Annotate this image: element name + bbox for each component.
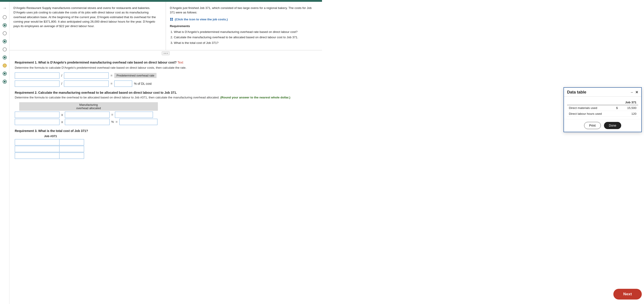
req1-header: Requirement 1. What is D'Angelo's predet… bbox=[15, 60, 317, 64]
job-input-right-2[interactable] bbox=[60, 146, 84, 152]
req-item-2: Calculate the manufacturing overhead to … bbox=[174, 35, 317, 40]
problem-text: D'Angelo Restaurant Supply manufactures … bbox=[10, 2, 166, 50]
req1-label2: % of DL cost bbox=[134, 82, 152, 86]
nav-radio-2[interactable] bbox=[3, 23, 7, 27]
left-nav: → bbox=[0, 2, 10, 304]
job-input-left-2[interactable] bbox=[15, 146, 60, 152]
req1-input3[interactable] bbox=[15, 80, 60, 87]
nav-radio-6[interactable] bbox=[3, 56, 7, 60]
req1-input2[interactable] bbox=[64, 72, 109, 79]
content-area: D'Angelo Restaurant Supply manufactures … bbox=[10, 2, 322, 304]
mfg-eq2: = bbox=[116, 120, 118, 124]
job-input-right-1[interactable] bbox=[60, 139, 84, 146]
grid-icon bbox=[170, 18, 174, 21]
nav-radio-4[interactable] bbox=[3, 39, 7, 44]
job-table: Job #371 bbox=[15, 134, 86, 159]
mfg-result1[interactable] bbox=[115, 112, 153, 118]
svg-rect-0 bbox=[170, 18, 171, 19]
req1-formula-row2: / = % of DL cost bbox=[15, 80, 317, 87]
job-input-right-3[interactable] bbox=[60, 152, 84, 159]
req1-text-hint: Text bbox=[178, 60, 183, 64]
req1-label1: Predetermined overhead rate bbox=[114, 73, 156, 78]
divider-button[interactable]: • • • bbox=[162, 51, 170, 55]
top-bar bbox=[0, 0, 322, 2]
requirements-list: What is D'Angelo's predetermined manufac… bbox=[170, 30, 317, 45]
mfg-overhead-table: Manufacturing overhead allocated x = x % bbox=[15, 102, 317, 125]
requirements-panel: D'Angelo just finished Job 371, which co… bbox=[166, 2, 322, 50]
nav-radio-7[interactable] bbox=[3, 64, 7, 68]
job-row-2 bbox=[15, 146, 86, 152]
req1-divider2: / bbox=[61, 82, 62, 86]
nav-radio-8[interactable] bbox=[3, 72, 7, 76]
req1-subtext: Determine the formula to calculate D'Ang… bbox=[15, 66, 317, 69]
mfg-eq1: = bbox=[111, 113, 113, 116]
mfg-input3[interactable] bbox=[15, 119, 60, 125]
req2-round-note: (Round your answer to the nearest whole … bbox=[220, 96, 290, 99]
req2-subtext: Determine the formula to calculate the o… bbox=[15, 96, 317, 99]
mfg-x1: x bbox=[61, 113, 63, 116]
click-to-view-link[interactable]: (Click the icon to view the job costs.) bbox=[170, 17, 317, 22]
top-split: D'Angelo Restaurant Supply manufactures … bbox=[10, 2, 322, 50]
requirements-title: Requirements bbox=[170, 24, 317, 28]
job-row-1 bbox=[15, 139, 86, 146]
problem-paragraph: D'Angelo Restaurant Supply manufactures … bbox=[14, 6, 160, 28]
mfg-input2[interactable] bbox=[65, 112, 110, 118]
mfg-x2: x bbox=[61, 120, 63, 124]
nav-radio-3[interactable] bbox=[3, 31, 7, 35]
mfg-row1: x = bbox=[15, 112, 317, 118]
req1-input1[interactable] bbox=[15, 72, 60, 79]
nav-arrow-icon[interactable]: → bbox=[2, 5, 8, 11]
req2-header: Requirement 2. Calculate the manufacturi… bbox=[15, 91, 317, 94]
svg-rect-2 bbox=[170, 20, 171, 20]
req-item-1: What is D'Angelo's predetermined manufac… bbox=[174, 30, 317, 34]
main-content: Requirement 1. What is D'Angelo's predet… bbox=[10, 56, 322, 304]
mfg-input1[interactable] bbox=[15, 112, 60, 118]
job-input-left-3[interactable] bbox=[15, 152, 60, 159]
intro-text: D'Angelo just finished Job 371, which co… bbox=[170, 6, 317, 15]
job-row-3 bbox=[15, 152, 86, 159]
mfg-table-header: Manufacturing overhead allocated bbox=[19, 102, 158, 111]
click-link-text: (Click the icon to view the job costs.) bbox=[175, 17, 228, 22]
mfg-result2[interactable] bbox=[120, 119, 158, 125]
req3-header: Requirement 3. What is the total cost of… bbox=[15, 129, 317, 133]
nav-radio-1[interactable] bbox=[3, 15, 7, 19]
mfg-percent: % bbox=[111, 120, 114, 124]
req1-divider1: / bbox=[61, 74, 62, 78]
job-table-title: Job #371 bbox=[15, 134, 86, 138]
svg-rect-1 bbox=[172, 18, 173, 19]
req-item-3: What is the total cost of Job 371? bbox=[174, 41, 317, 45]
divider-handle[interactable]: • • • bbox=[10, 50, 322, 56]
req1-equals2: = bbox=[110, 82, 112, 86]
job-input-left-1[interactable] bbox=[15, 139, 60, 146]
req1-result[interactable] bbox=[114, 80, 132, 87]
req1-equals1: = bbox=[110, 74, 112, 78]
mfg-input4[interactable] bbox=[65, 119, 110, 125]
nav-radio-5[interactable] bbox=[3, 48, 7, 52]
req1-formula-row1: / = Predetermined overhead rate bbox=[15, 72, 317, 79]
nav-radio-9[interactable] bbox=[3, 80, 7, 84]
mfg-row2: x % = bbox=[15, 119, 317, 125]
svg-rect-3 bbox=[172, 20, 173, 20]
req1-input4[interactable] bbox=[64, 80, 109, 87]
